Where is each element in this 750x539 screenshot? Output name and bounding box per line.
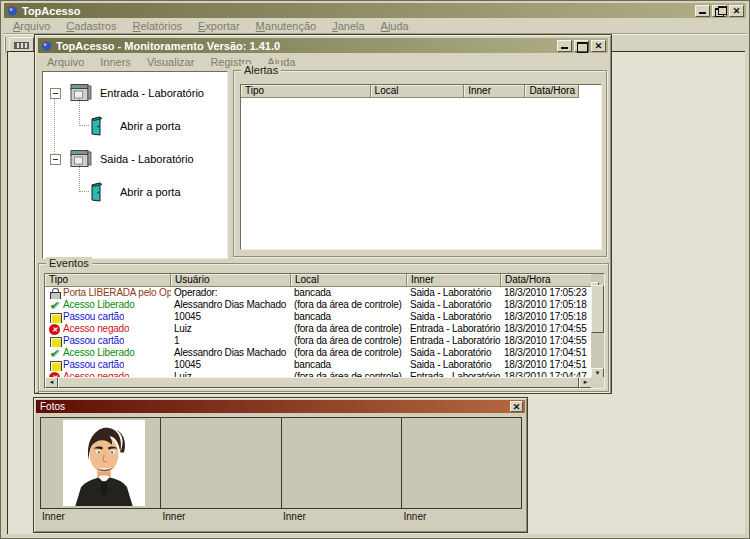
close-button[interactable]	[591, 40, 606, 52]
column-header[interactable]: Data/Hora	[501, 274, 593, 287]
close-button[interactable]	[510, 401, 523, 412]
events-table: Tipo Usuário Local Inner Data/Hora Porta…	[44, 273, 605, 389]
event-local: (fora da área de controle)	[291, 299, 407, 311]
tree-door-item[interactable]: Abrir a porta	[75, 109, 225, 143]
event-datetime: 18/3/2010 17:05:23	[501, 287, 592, 299]
close-button[interactable]	[729, 5, 744, 17]
menu-item[interactable]: Ajuda	[373, 20, 417, 32]
maximize-button[interactable]	[574, 40, 589, 52]
event-type-label: Acesso Liberado	[63, 347, 135, 359]
event-type-icon	[49, 288, 61, 299]
event-user: Alessandro Dias Machado	[171, 299, 291, 311]
column-header[interactable]: Inner	[407, 274, 501, 287]
event-datetime: 18/3/2010 17:05:18	[501, 311, 592, 323]
fotos-window-titlebar[interactable]: Fotos	[36, 400, 525, 413]
tree-device-label: Saida - Laboratório	[100, 153, 194, 165]
event-local: bancada	[291, 287, 407, 299]
column-header[interactable]: Usuário	[171, 274, 291, 287]
event-datetime: 18/3/2010 17:04:55	[501, 335, 592, 347]
events-group-label: Eventos	[46, 257, 92, 270]
tree-connector-line	[54, 90, 55, 162]
tree-door-action-label: Abrir a porta	[120, 120, 181, 132]
tree-device-item[interactable]: Entrada - Laboratório	[45, 77, 225, 109]
column-header[interactable]: Tipo	[45, 274, 171, 287]
column-header[interactable]: Local	[371, 85, 465, 98]
event-user: 10045	[171, 311, 291, 323]
event-local: (fora da área de controle)	[291, 347, 407, 359]
scrollbar-thumb[interactable]	[58, 377, 579, 388]
monitor-window-titlebar[interactable]: TopAcesso - Monitoramento Versão: 1.41.0	[38, 38, 608, 53]
tree-collapse-icon[interactable]	[50, 88, 61, 99]
menu-item[interactable]: Relatórios	[124, 20, 190, 32]
event-row[interactable]: Acesso Liberado Alessandro Dias Machado …	[45, 347, 592, 359]
event-type-icon	[49, 348, 61, 359]
column-header[interactable]: Inner	[464, 85, 525, 98]
events-table-header: Tipo Usuário Local Inner Data/Hora	[45, 274, 604, 287]
alerts-group-label: Alertas	[241, 64, 281, 77]
event-row[interactable]: Passou cartão 10045 bancada Saida - Labo…	[45, 359, 592, 371]
column-header[interactable]: Tipo	[241, 85, 371, 98]
fotos-window: Fotos	[33, 397, 528, 533]
photo-slot	[161, 418, 281, 508]
toolbar-grip[interactable]	[4, 37, 6, 53]
app-logo-icon	[7, 5, 18, 16]
tree-door-item[interactable]: Abrir a porta	[75, 175, 225, 209]
scroll-left-button[interactable]	[45, 377, 58, 388]
tree-device-item[interactable]: Saida - Laboratório	[45, 143, 225, 175]
menu-item[interactable]: Janela	[324, 20, 372, 32]
menu-item[interactable]: Visualizar	[139, 56, 203, 68]
event-inner: Saida - Laboratório	[407, 311, 501, 323]
menu-item[interactable]: Inners	[92, 56, 139, 68]
photo-slot-inner-label: Inner	[40, 511, 161, 522]
app-logo-icon	[41, 40, 52, 51]
event-local: bancada	[291, 359, 407, 371]
event-row[interactable]: Acesso Liberado Alessandro Dias Machado …	[45, 299, 592, 311]
monitor-window: TopAcesso - Monitoramento Versão: 1.41.0…	[34, 34, 612, 394]
vertical-scrollbar[interactable]	[591, 274, 604, 379]
minimize-button[interactable]	[557, 40, 572, 52]
event-inner: Saida - Laboratório	[407, 287, 501, 299]
column-header[interactable]: Local	[291, 274, 407, 287]
event-user: Luiz	[171, 323, 291, 335]
minimize-button[interactable]	[695, 5, 710, 17]
photo-strip	[40, 417, 522, 509]
event-inner: Saida - Laboratório	[407, 299, 501, 311]
event-type-label: Acesso Liberado	[63, 299, 135, 311]
menu-item[interactable]: Arquivo	[5, 20, 58, 32]
tree-node: Entrada - Laboratório Abrir a porta	[45, 77, 225, 143]
reader-toolbar-icon	[14, 42, 29, 49]
desktop: TopAcesso ArquivoCadastrosRelatóriosExpo…	[0, 0, 750, 539]
event-type-label: Passou cartão	[63, 335, 124, 347]
event-datetime: 18/3/2010 17:04:55	[501, 323, 592, 335]
event-type-icon	[49, 300, 61, 311]
event-type-icon	[49, 324, 61, 335]
photo-slot	[41, 418, 161, 508]
photo-slot-inner-label: Inner	[161, 511, 282, 522]
main-window-titlebar[interactable]: TopAcesso	[4, 3, 746, 18]
event-row[interactable]: Porta LIBERADA pelo Operador Operador: b…	[45, 287, 592, 299]
restore-button[interactable]	[712, 5, 727, 17]
door-icon	[89, 182, 103, 202]
photo-slot	[282, 418, 402, 508]
event-row[interactable]: Acesso negado Luiz (fora da área de cont…	[45, 323, 592, 335]
device-tree-panel: Entrada - Laboratório Abrir a porta	[42, 71, 228, 259]
event-user: 1	[171, 335, 291, 347]
event-type-icon	[49, 312, 61, 323]
tree-collapse-icon[interactable]	[50, 154, 61, 165]
scrollbar-thumb[interactable]	[591, 285, 604, 333]
event-datetime: 18/3/2010 17:05:18	[501, 299, 592, 311]
event-row[interactable]: Passou cartão 1 (fora da área de control…	[45, 335, 592, 347]
menu-item[interactable]: Arquivo	[39, 56, 92, 68]
horizontal-scrollbar[interactable]	[45, 377, 592, 388]
event-row[interactable]: Passou cartão 10045 bancada Saida - Labo…	[45, 311, 592, 323]
menu-item[interactable]: Cadastros	[58, 20, 124, 32]
events-group: Eventos Tipo Usuário Local Inner Data/Ho…	[38, 263, 609, 392]
menu-item[interactable]: Exportar	[190, 20, 248, 32]
menu-item[interactable]: Manutenção	[248, 20, 325, 32]
main-menubar: ArquivoCadastrosRelatóriosExportarManute…	[5, 19, 417, 32]
monitor-window-title: TopAcesso - Monitoramento Versão: 1.41.0	[56, 40, 280, 52]
event-local: (fora da área de controle)	[291, 335, 407, 347]
event-inner: Saida - Laboratório	[407, 359, 501, 371]
column-header[interactable]: Data/Hora	[525, 85, 579, 98]
photo-slot-labels: InnerInnerInnerInner	[40, 511, 522, 522]
